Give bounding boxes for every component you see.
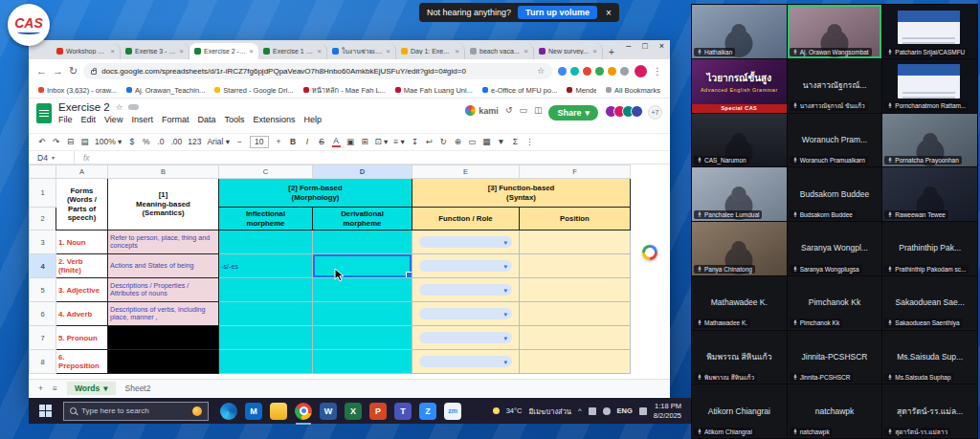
toolbar-button[interactable]: ▦	[482, 138, 491, 146]
toolbar-button[interactable]: .00	[170, 138, 182, 146]
column-header-a[interactable]: A	[56, 165, 108, 179]
add-sheet-icon[interactable]: +	[38, 384, 43, 393]
toolbar-button[interactable]: Σ	[511, 138, 520, 146]
toolbar-button[interactable]: B	[289, 138, 298, 146]
browser-tab[interactable]: Day 1: Exe... ×	[396, 43, 465, 59]
cell-derivational[interactable]	[313, 230, 412, 254]
taskbar-app-icon[interactable]	[270, 403, 287, 420]
toolbar-button[interactable]: $	[127, 138, 136, 146]
url-omnibox[interactable]: docs.google.com/spreadsheets/d/1r-iRCZ7f…	[83, 63, 552, 79]
menu-item[interactable]: Insert	[131, 115, 153, 124]
header-icon[interactable]: ↺	[505, 105, 513, 115]
taskbar-app-icon[interactable]	[220, 403, 237, 420]
participant-tile[interactable]: Saranya Wongpl... Saranya Wongplugsa	[788, 222, 882, 275]
toolbar-button[interactable]: A	[332, 137, 341, 148]
toolbar-button[interactable]: 100% ▾	[95, 138, 122, 146]
row-number[interactable]: 8	[30, 350, 56, 374]
cell-meaning[interactable]	[108, 326, 219, 350]
toolbar-button[interactable]: ⊟	[66, 138, 75, 146]
cell-inflectional[interactable]: -s/-es	[219, 254, 313, 278]
toolbar-button[interactable]: ⊕	[454, 138, 462, 146]
cell-position[interactable]	[520, 230, 631, 254]
menu-item[interactable]: Tools	[224, 115, 244, 124]
menu-item[interactable]: Format	[162, 115, 189, 124]
taskbar-clock[interactable]: 1:18 PM 8/2/2025	[654, 402, 681, 420]
weather-desc[interactable]: มีเมฆบางส่วน	[528, 406, 571, 417]
tab-close-icon[interactable]: ×	[455, 47, 459, 55]
taskbar-app-icon[interactable]: T	[394, 403, 412, 420]
cell-function-role[interactable]: ▾	[412, 350, 520, 374]
more-collaborators-badge[interactable]: +7	[648, 105, 662, 120]
cell-meaning[interactable]: Descriptions / Properties / Attributes o…	[108, 278, 219, 302]
taskbar-app-icon[interactable]	[295, 403, 312, 420]
participant-tile[interactable]: ไวยากรณ์ขั้นสูง Advanced English Grammar…	[692, 59, 787, 113]
menu-item[interactable]: Edit	[81, 115, 97, 124]
menu-item[interactable]: File	[58, 115, 73, 124]
maximize-icon[interactable]: □	[642, 41, 647, 51]
toolbar-button[interactable]: +	[275, 138, 283, 146]
all-bookmarks-button[interactable]: All Bookmarks	[606, 86, 660, 95]
cell-function-role[interactable]: ▾	[412, 278, 520, 302]
cell-part-of-speech[interactable]: 3. Adjective	[56, 278, 108, 302]
toolbar-button[interactable]: ▤	[80, 138, 89, 146]
participant-tile[interactable]: Pornchanatmon Rattam...	[882, 59, 977, 113]
share-button[interactable]: Share ▾	[548, 105, 598, 121]
all-sheets-icon[interactable]: ≡	[53, 384, 57, 393]
column-header-b[interactable]: B	[108, 165, 219, 179]
cell-part-of-speech[interactable]: 6. Preposition	[56, 350, 108, 374]
cell-function-role[interactable]: ▾	[412, 254, 520, 278]
participant-tile[interactable]: Woranuch Pram... Woranuch Pramualkarn	[788, 114, 882, 167]
tab-close-icon[interactable]: ×	[179, 47, 184, 55]
dropdown-chip[interactable]: ▾	[419, 308, 512, 319]
bookmark-item[interactable]: หน้าหลัก - Mae Fah L...	[303, 84, 386, 96]
toolbar-button[interactable]: ▣	[346, 138, 355, 146]
cell-inflectional[interactable]	[219, 278, 313, 302]
forward-icon[interactable]: →	[53, 66, 63, 77]
participant-tile[interactable]: Mathawadee K. Mathawadee K.	[692, 276, 787, 330]
column-header-e[interactable]: E	[412, 165, 520, 179]
cell-position[interactable]	[520, 350, 631, 374]
browser-tab[interactable]: ใบงานช่วยเป็นใ... ×	[327, 43, 396, 59]
bookmark-item[interactable]: Aj. Orawan_Teachin...	[126, 84, 205, 96]
toolbar-button[interactable]: .0	[156, 138, 165, 146]
row-number[interactable]: 5	[30, 278, 56, 302]
browser-tab[interactable]: Workshop 2 - ... ×	[52, 43, 121, 59]
cell-meaning[interactable]: Refer to person, place, thing and concep…	[108, 230, 219, 254]
document-title[interactable]: Exercise 2	[58, 101, 110, 113]
header-cell-inflectional[interactable]: Inflectional morpheme	[219, 208, 313, 230]
cell-derivational[interactable]	[313, 278, 412, 302]
cell-inflectional[interactable]	[219, 302, 313, 326]
tray-chevron-icon[interactable]: ^	[578, 406, 582, 415]
dropdown-chip[interactable]: ▾	[419, 332, 512, 343]
participant-tile[interactable]: พิมพรรณ สีหินแก้ว พิมพรรณ สีหินแก้ว	[692, 331, 787, 384]
bookmark-item[interactable]: e-Office of MFU po...	[482, 84, 557, 96]
header-cell-forms[interactable]: Forms (Words / Parts of speech)	[56, 179, 108, 230]
toolbar-button[interactable]: ▼	[497, 138, 505, 146]
cell-meaning[interactable]: Actions and States of being	[108, 254, 219, 278]
header-cell-meaning[interactable]: [1] Meaning-based (Semantics)	[108, 179, 219, 230]
cell-position[interactable]	[520, 278, 631, 302]
select-all-corner[interactable]	[30, 165, 56, 179]
toolbar-button[interactable]: S	[318, 138, 326, 146]
cell-position[interactable]	[520, 302, 631, 326]
extension-icon[interactable]	[583, 67, 591, 76]
participant-tile[interactable]: Panchalee Lumdual	[692, 167, 787, 221]
browser-menu-icon[interactable]: ⋮	[653, 66, 662, 77]
tray-icon[interactable]	[603, 407, 611, 415]
row-number[interactable]: 1	[30, 179, 56, 208]
toolbar-button[interactable]: ↧	[411, 138, 419, 146]
header-cell-form-based[interactable]: [2] Form-based (Morphology)	[219, 179, 412, 208]
toolbar-button[interactable]: %	[142, 138, 150, 146]
participant-tile[interactable]: Budsakorn Buddee Budsakorn Buddee	[788, 167, 882, 221]
tab-close-icon[interactable]: ×	[110, 47, 115, 55]
bookmark-item[interactable]: Mae Fah Luang Uni...	[395, 84, 473, 96]
cell-inflectional[interactable]	[219, 350, 313, 374]
row-number[interactable]: 7	[30, 326, 56, 350]
extension-icon[interactable]	[608, 67, 616, 76]
toolbar-button[interactable]: −	[235, 138, 244, 146]
browser-tab[interactable]: New survey... ×	[534, 43, 603, 59]
toolbar-button[interactable]: ⊡ ▾	[375, 138, 389, 146]
extension-icon[interactable]	[595, 67, 604, 76]
sheet-tab-words[interactable]: Words ▾	[67, 382, 116, 395]
tray-icon[interactable]	[589, 407, 596, 415]
